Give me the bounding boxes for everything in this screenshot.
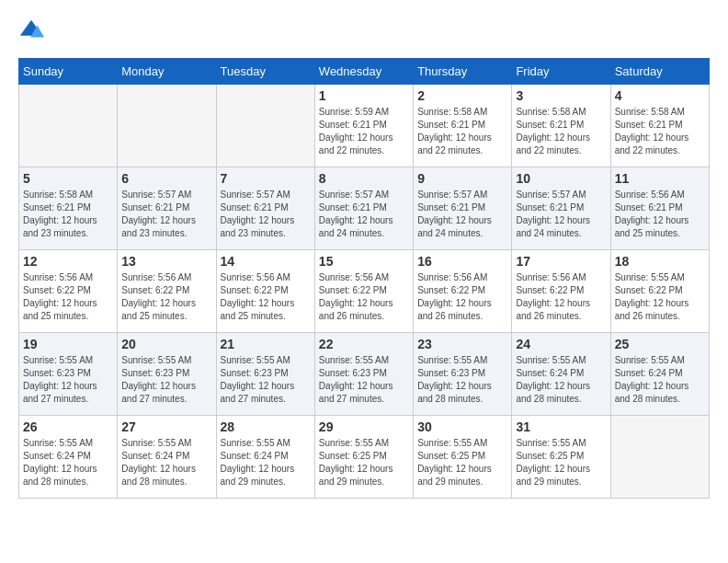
day-info: Sunrise: 5:55 AMSunset: 6:25 PMDaylight:… [516, 437, 606, 488]
calendar-cell: 11Sunrise: 5:56 AMSunset: 6:21 PMDayligh… [610, 167, 709, 250]
calendar-header-monday: Monday [118, 59, 216, 85]
day-info: Sunrise: 5:56 AMSunset: 6:21 PMDaylight:… [615, 189, 705, 240]
calendar-header-wednesday: Wednesday [314, 59, 413, 85]
day-number: 16 [417, 254, 507, 269]
calendar-week-row: 12Sunrise: 5:56 AMSunset: 6:22 PMDayligh… [19, 250, 710, 333]
calendar-cell: 19Sunrise: 5:55 AMSunset: 6:23 PMDayligh… [19, 333, 118, 416]
day-number: 27 [121, 419, 211, 434]
day-number: 12 [23, 254, 113, 269]
day-info: Sunrise: 5:57 AMSunset: 6:21 PMDaylight:… [516, 189, 606, 240]
calendar-week-row: 19Sunrise: 5:55 AMSunset: 6:23 PMDayligh… [19, 333, 710, 416]
calendar-cell: 7Sunrise: 5:57 AMSunset: 6:21 PMDaylight… [216, 167, 314, 250]
day-info: Sunrise: 5:56 AMSunset: 6:22 PMDaylight:… [23, 271, 113, 323]
day-number: 23 [417, 337, 507, 351]
day-number: 19 [23, 337, 113, 351]
calendar-cell: 20Sunrise: 5:55 AMSunset: 6:23 PMDayligh… [118, 333, 216, 416]
day-number: 29 [319, 419, 409, 434]
day-info: Sunrise: 5:58 AMSunset: 6:21 PMDaylight:… [615, 106, 705, 157]
calendar-cell: 23Sunrise: 5:55 AMSunset: 6:23 PMDayligh… [414, 333, 512, 416]
day-number: 15 [319, 254, 409, 269]
day-info: Sunrise: 5:59 AMSunset: 6:21 PMDaylight:… [319, 106, 409, 157]
day-number: 25 [615, 337, 705, 351]
day-info: Sunrise: 5:57 AMSunset: 6:21 PMDaylight:… [221, 189, 311, 240]
day-number: 1 [319, 88, 409, 103]
calendar-cell: 2Sunrise: 5:58 AMSunset: 6:21 PMDaylight… [414, 85, 512, 167]
calendar-cell: 15Sunrise: 5:56 AMSunset: 6:22 PMDayligh… [314, 250, 413, 333]
day-number: 28 [221, 419, 311, 434]
day-info: Sunrise: 5:55 AMSunset: 6:24 PMDaylight:… [221, 437, 311, 488]
day-info: Sunrise: 5:55 AMSunset: 6:22 PMDaylight:… [615, 271, 705, 323]
day-info: Sunrise: 5:55 AMSunset: 6:24 PMDaylight:… [23, 437, 113, 488]
day-number: 11 [615, 171, 705, 186]
calendar-cell: 3Sunrise: 5:58 AMSunset: 6:21 PMDaylight… [512, 85, 610, 167]
day-number: 7 [221, 171, 311, 186]
day-number: 10 [516, 171, 606, 186]
calendar-cell: 17Sunrise: 5:56 AMSunset: 6:22 PMDayligh… [512, 250, 610, 333]
day-info: Sunrise: 5:55 AMSunset: 6:25 PMDaylight:… [417, 437, 507, 488]
day-number: 22 [319, 337, 409, 351]
day-info: Sunrise: 5:57 AMSunset: 6:21 PMDaylight:… [417, 189, 507, 240]
calendar-cell: 27Sunrise: 5:55 AMSunset: 6:24 PMDayligh… [118, 416, 216, 499]
calendar-cell [118, 85, 216, 167]
day-number: 5 [23, 171, 113, 186]
calendar-cell: 25Sunrise: 5:55 AMSunset: 6:24 PMDayligh… [610, 333, 709, 416]
day-info: Sunrise: 5:57 AMSunset: 6:21 PMDaylight:… [121, 189, 211, 240]
calendar-cell: 31Sunrise: 5:55 AMSunset: 6:25 PMDayligh… [512, 416, 610, 499]
day-info: Sunrise: 5:56 AMSunset: 6:22 PMDaylight:… [319, 271, 409, 323]
day-info: Sunrise: 5:55 AMSunset: 6:23 PMDaylight:… [221, 354, 311, 406]
day-info: Sunrise: 5:56 AMSunset: 6:22 PMDaylight:… [121, 271, 211, 323]
day-number: 18 [615, 254, 705, 269]
calendar-header-thursday: Thursday [414, 59, 512, 85]
day-info: Sunrise: 5:55 AMSunset: 6:24 PMDaylight:… [516, 354, 606, 406]
day-number: 9 [417, 171, 507, 186]
calendar-cell: 5Sunrise: 5:58 AMSunset: 6:21 PMDaylight… [19, 167, 118, 250]
calendar-cell: 9Sunrise: 5:57 AMSunset: 6:21 PMDaylight… [414, 167, 512, 250]
calendar-cell: 10Sunrise: 5:57 AMSunset: 6:21 PMDayligh… [512, 167, 610, 250]
calendar-cell: 30Sunrise: 5:55 AMSunset: 6:25 PMDayligh… [414, 416, 512, 499]
day-number: 8 [319, 171, 409, 186]
calendar-cell: 24Sunrise: 5:55 AMSunset: 6:24 PMDayligh… [512, 333, 610, 416]
calendar-week-row: 26Sunrise: 5:55 AMSunset: 6:24 PMDayligh… [19, 416, 710, 499]
day-info: Sunrise: 5:55 AMSunset: 6:23 PMDaylight:… [319, 354, 409, 406]
calendar-header-row: SundayMondayTuesdayWednesdayThursdayFrid… [19, 59, 710, 85]
calendar-header-sunday: Sunday [19, 59, 118, 85]
calendar-week-row: 5Sunrise: 5:58 AMSunset: 6:21 PMDaylight… [19, 167, 710, 250]
day-number: 4 [615, 88, 705, 103]
logo [18, 18, 48, 44]
calendar-cell: 12Sunrise: 5:56 AMSunset: 6:22 PMDayligh… [19, 250, 118, 333]
day-number: 31 [516, 419, 606, 434]
day-info: Sunrise: 5:58 AMSunset: 6:21 PMDaylight:… [516, 106, 606, 157]
calendar-cell: 28Sunrise: 5:55 AMSunset: 6:24 PMDayligh… [216, 416, 314, 499]
calendar-cell: 4Sunrise: 5:58 AMSunset: 6:21 PMDaylight… [610, 85, 709, 167]
calendar-cell: 22Sunrise: 5:55 AMSunset: 6:23 PMDayligh… [314, 333, 413, 416]
day-info: Sunrise: 5:55 AMSunset: 6:25 PMDaylight:… [319, 437, 409, 488]
day-info: Sunrise: 5:56 AMSunset: 6:22 PMDaylight:… [417, 271, 507, 323]
calendar-header-friday: Friday [512, 59, 610, 85]
day-info: Sunrise: 5:55 AMSunset: 6:23 PMDaylight:… [121, 354, 211, 406]
calendar-cell: 14Sunrise: 5:56 AMSunset: 6:22 PMDayligh… [216, 250, 314, 333]
calendar-cell: 8Sunrise: 5:57 AMSunset: 6:21 PMDaylight… [314, 167, 413, 250]
calendar-cell [19, 85, 118, 167]
day-info: Sunrise: 5:58 AMSunset: 6:21 PMDaylight:… [417, 106, 507, 157]
calendar-cell: 21Sunrise: 5:55 AMSunset: 6:23 PMDayligh… [216, 333, 314, 416]
day-number: 21 [221, 337, 311, 351]
calendar-cell [610, 416, 709, 499]
day-info: Sunrise: 5:57 AMSunset: 6:21 PMDaylight:… [319, 189, 409, 240]
page-header [18, 18, 710, 44]
day-number: 20 [121, 337, 211, 351]
day-number: 13 [121, 254, 211, 269]
day-info: Sunrise: 5:58 AMSunset: 6:21 PMDaylight:… [23, 189, 113, 240]
calendar-table: SundayMondayTuesdayWednesdayThursdayFrid… [18, 58, 710, 499]
day-info: Sunrise: 5:55 AMSunset: 6:23 PMDaylight:… [23, 354, 113, 406]
day-number: 14 [221, 254, 311, 269]
day-info: Sunrise: 5:55 AMSunset: 6:23 PMDaylight:… [417, 354, 507, 406]
calendar-cell: 16Sunrise: 5:56 AMSunset: 6:22 PMDayligh… [414, 250, 512, 333]
logo-icon [18, 18, 44, 44]
day-info: Sunrise: 5:56 AMSunset: 6:22 PMDaylight:… [516, 271, 606, 323]
day-number: 6 [121, 171, 211, 186]
calendar-cell [216, 85, 314, 167]
calendar-week-row: 1Sunrise: 5:59 AMSunset: 6:21 PMDaylight… [19, 85, 710, 167]
calendar-cell: 1Sunrise: 5:59 AMSunset: 6:21 PMDaylight… [314, 85, 413, 167]
day-info: Sunrise: 5:56 AMSunset: 6:22 PMDaylight:… [221, 271, 311, 323]
calendar-cell: 6Sunrise: 5:57 AMSunset: 6:21 PMDaylight… [118, 167, 216, 250]
